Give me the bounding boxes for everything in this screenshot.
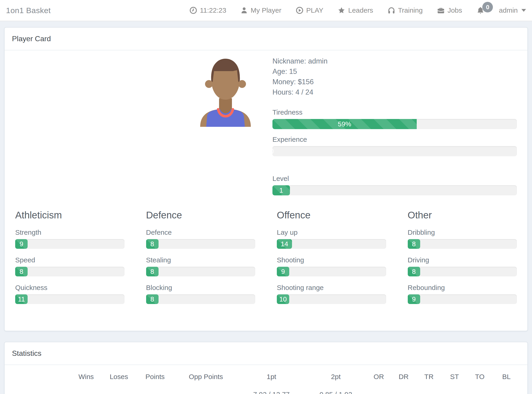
briefcase-icon <box>437 6 445 14</box>
level-label: Level <box>273 175 517 182</box>
skill-label: Quickness <box>15 284 124 292</box>
stat-header <box>14 373 68 386</box>
nav-item-training[interactable]: Training <box>387 6 423 14</box>
skill-label: Blocking <box>146 284 255 292</box>
skill-group-athleticism: Athleticism Strength 9 Speed 8 Quickness… <box>15 210 124 311</box>
skill-value: 8 <box>146 294 159 304</box>
stat-column-loses: Loses 6 <box>104 373 134 394</box>
skill-bar: 8 <box>15 267 124 276</box>
stat-column-or: OR 3.4645 <box>364 373 393 394</box>
skill-value: 8 <box>15 267 28 276</box>
stat-column-bl: BL 0.081 <box>495 373 518 394</box>
notifications-button[interactable]: 0 <box>476 6 485 15</box>
level-fill: 1 <box>273 185 290 195</box>
stat-header: 2pt <box>308 373 364 386</box>
clock-icon <box>189 6 197 14</box>
skill-group-other: Other Dribbling 8 Driving 8 Rebounding 9 <box>408 210 517 311</box>
season-column: Season 0 <box>14 373 68 394</box>
nav-label: PLAY <box>306 6 324 14</box>
skill-label: Dribbling <box>408 228 517 236</box>
nav-item-leaders[interactable]: Leaders <box>338 6 373 14</box>
player-nickname: Nickname: admin <box>273 56 517 66</box>
player-avatar <box>197 57 254 127</box>
stat-column-dr: DR 2.0026 <box>393 373 414 394</box>
player-card-title: Player Card <box>5 28 527 50</box>
nav-label: My Player <box>251 6 281 14</box>
game-clock: 11:22:23 <box>189 6 227 14</box>
player-card-panel: Player Card <box>4 27 528 331</box>
tiredness-fill: 59% <box>273 119 417 129</box>
star-icon <box>338 6 345 14</box>
skill-bar: 8 <box>408 239 517 249</box>
stat-header: ST <box>444 373 465 386</box>
stat-header: Points <box>134 373 177 386</box>
tiredness-label: Tiredness <box>273 108 517 116</box>
stat-header: DR <box>393 373 414 386</box>
skill-value: 9 <box>15 239 28 249</box>
skill-bar: 8 <box>146 239 255 249</box>
stat-header: Wins <box>68 373 104 386</box>
level-bar: 1 <box>273 185 517 195</box>
user-menu[interactable]: admin <box>499 6 526 14</box>
player-money: Money: $156 <box>273 77 517 87</box>
skill-label: Shooting <box>277 256 386 264</box>
statistics-panel: Statistics Season 0 Wins 7 Loses 6 Point… <box>4 342 528 394</box>
stat-header: TR <box>414 373 444 386</box>
skills-section: Athleticism Strength 9 Speed 8 Quickness… <box>15 210 517 311</box>
nav-label: Leaders <box>348 6 373 14</box>
skill-value: 8 <box>146 239 159 249</box>
experience-label: Experience <box>273 135 517 143</box>
skill-label: Speed <box>15 256 124 264</box>
statistics-title: Statistics <box>5 342 527 365</box>
stat-column-opp-points: Opp Points 9.23120 <box>176 373 235 394</box>
stat-column-st: ST 0.699 <box>444 373 465 394</box>
stat-value: 0.85 / 1.92 <box>308 389 364 394</box>
play-icon <box>296 6 304 14</box>
skill-label: Driving <box>408 256 517 264</box>
player-card-body: Nickname: admin Age: 15 Money: $156 Hour… <box>5 50 527 331</box>
skill-group-title: Other <box>408 210 517 221</box>
skill-group-title: Defence <box>146 210 255 221</box>
stat-column-2pt: 2pt 0.85 / 1.9211 / 2544.00 % <box>308 373 364 394</box>
app-brand[interactable]: 1on1 Basket <box>6 6 51 15</box>
skill-bar: 9 <box>15 239 124 249</box>
caret-down-icon <box>522 9 526 12</box>
skill-value: 8 <box>146 267 159 276</box>
skill-value: 10 <box>277 294 289 304</box>
nav-item-play[interactable]: PLAY <box>296 6 324 14</box>
tiredness-bar: 59% <box>273 119 517 129</box>
stat-header: 1pt <box>235 373 307 386</box>
skill-group-title: Offence <box>277 210 386 221</box>
headphones-icon <box>387 6 395 14</box>
avatar-column <box>15 56 266 195</box>
skill-value: 11 <box>15 294 28 304</box>
stat-column-wins: Wins 7 <box>68 373 104 394</box>
stat-header: Opp Points <box>176 373 235 386</box>
stat-column-1pt: 1pt 7.92 / 12.77103 / 16662.05 % <box>235 373 307 394</box>
skill-label: Defence <box>146 228 255 236</box>
season-cell: Season 0 <box>14 386 68 394</box>
nav-label: Training <box>398 6 423 14</box>
player-age: Age: 15 <box>273 66 517 77</box>
skill-label: Shooting range <box>277 284 386 292</box>
stat-header: TO <box>465 373 495 386</box>
skill-label: Lay up <box>277 228 386 236</box>
skill-bar: 14 <box>277 239 386 249</box>
skill-label: Strength <box>15 228 124 236</box>
skill-bar: 8 <box>146 267 255 276</box>
stat-header: Loses <box>104 373 134 386</box>
skill-value: 8 <box>408 267 420 276</box>
player-hours: Hours: 4 / 24 <box>273 87 517 97</box>
experience-value: 0 <box>273 146 274 156</box>
nav-item-my-player[interactable]: My Player <box>240 6 281 14</box>
stat-value: 7.92 / 12.77 <box>235 389 307 394</box>
stat-header: OR <box>364 373 393 386</box>
avatar-image <box>197 57 254 127</box>
nav-item-jobs[interactable]: Jobs <box>437 6 462 14</box>
skill-group-defence: Defence Defence 8 Stealing 8 Blocking 8 <box>146 210 255 311</box>
skill-value: 9 <box>277 267 289 276</box>
user-menu-label: admin <box>499 6 518 14</box>
skill-value: 8 <box>408 239 420 249</box>
statistics-table: Season 0 Wins 7 Loses 6 Points 9.62125 O… <box>5 365 527 394</box>
game-time: 11:22:23 <box>200 6 227 14</box>
